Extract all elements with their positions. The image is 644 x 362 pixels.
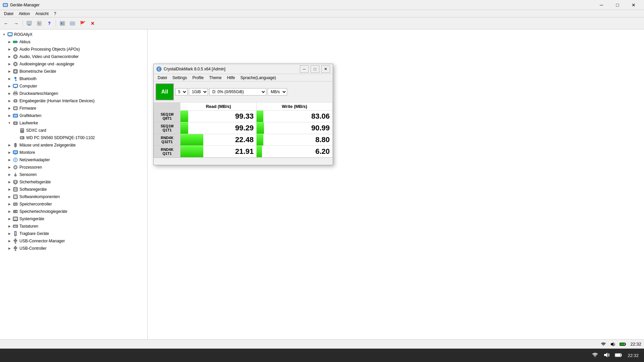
cdm-runs-select[interactable]: 5 [175, 88, 187, 96]
cdm-all-button[interactable]: All [156, 83, 174, 100]
maximize-button[interactable]: □ [610, 0, 625, 10]
tree-hid[interactable]: ▶ Eingabegeräte (Human Interface Devices… [0, 97, 147, 105]
menu-ansicht[interactable]: Ansicht [33, 11, 51, 17]
tree-wd-ssd[interactable]: WD PC SN560 SDDPNQE-1T00-1102 [0, 134, 147, 141]
expand-speichercontroller[interactable]: ▶ [7, 201, 12, 207]
expand-netzwerk[interactable]: ▶ [7, 157, 12, 163]
wifi-icon [601, 342, 606, 347]
tree-sicherheitsgeraete[interactable]: ▶ Sicherheitsgeräte [0, 178, 147, 186]
cpu-icon [13, 165, 18, 170]
tree-laufwerke[interactable]: ▼ Laufwerke [0, 119, 147, 127]
toolbar-flag[interactable]: 🚩 [78, 19, 87, 28]
cdm-menu-settings[interactable]: Settings [170, 75, 190, 81]
expand-hid[interactable]: ▶ [7, 98, 12, 104]
expand-tragbare[interactable]: ▶ [7, 231, 12, 236]
ssd-icon [19, 135, 25, 140]
tree-sdxc[interactable]: SDXC card [0, 127, 147, 134]
tree-maeuse[interactable]: ▶ Mäuse und andere Zeigegeräte [0, 141, 147, 149]
cdm-label-seq1m-q1t1: SEQ1M Q1T1 [154, 122, 180, 134]
cdm-menu-datei[interactable]: Datei [155, 75, 170, 81]
expand-prozessoren[interactable]: ▶ [7, 165, 12, 170]
expand-systemgeraete[interactable]: ▶ [7, 216, 12, 222]
expand-apo[interactable]: ▶ [7, 47, 12, 52]
tree-avg[interactable]: ▶ Audio, Video und Gamecontroller [0, 53, 147, 60]
toolbar-forward[interactable]: → [11, 19, 21, 28]
menu-help[interactable]: ? [51, 11, 59, 17]
expand-avg[interactable]: ▶ [7, 54, 12, 59]
minimize-button[interactable]: ─ [594, 0, 609, 10]
tree-apo[interactable]: ▶ Audio Processing Objects (APOs) [0, 46, 147, 53]
cdm-unit-select[interactable]: MB/s [268, 88, 287, 96]
tree-prozessoren[interactable]: ▶ Prozessoren [0, 164, 147, 171]
close-button[interactable]: ✕ [626, 0, 641, 10]
cdm-size-select[interactable]: 1GiB [189, 88, 208, 96]
expand-root[interactable]: ▼ [1, 32, 7, 37]
expand-usb-connector[interactable]: ▶ [7, 238, 12, 244]
expand-sensoren[interactable]: ▶ [7, 172, 12, 177]
tree-root[interactable]: ▼ ROGAllyX [0, 31, 147, 38]
expand-tastaturen[interactable]: ▶ [7, 224, 12, 229]
battery-status-icon [620, 342, 626, 347]
cdm-maximize-button[interactable]: □ [311, 65, 319, 73]
tree-grafikkarten[interactable]: ▶ Grafikkarten [0, 112, 147, 119]
tree-biometric[interactable]: ▶ Biometrische Geräte [0, 68, 147, 75]
toolbar-show-hidden[interactable] [58, 19, 67, 28]
cdm-minimize-button[interactable]: ─ [300, 65, 309, 73]
tree-akkus[interactable]: ▶ Akkus [0, 38, 147, 46]
tree-druckwarteschlangen[interactable]: ▶ Druckwarteschlangen [0, 90, 147, 97]
tree-systemgeraete[interactable]: ▶ Systemgeräte [0, 215, 147, 223]
druckwarteschlangen-label: Druckwarteschlangen [19, 91, 58, 96]
expand-bluetooth[interactable]: ▶ [7, 76, 12, 81]
expand-sicherheitsgeraete[interactable]: ▶ [7, 179, 12, 185]
toolbar-update[interactable]: ↻ [35, 19, 44, 28]
cdm-drive-select[interactable]: D: 0% (0/955GiB) [209, 88, 266, 96]
tree-audio-io[interactable]: ▶ Audioeingänge und -ausgänge [0, 60, 147, 68]
expand-laufwerke[interactable]: ▼ [7, 120, 12, 126]
tree-tastaturen[interactable]: ▶ Tastaturen [0, 223, 147, 230]
tree-speichertechnologiegeraete[interactable]: ▶ Speichertechnologiegeräte [0, 208, 147, 215]
tree-firmware[interactable]: ▶ Firmware [0, 105, 147, 112]
toolbar-help[interactable]: ? [45, 19, 54, 28]
tree-usb-controller[interactable]: ▶ USB-Controller [0, 245, 147, 252]
cdm-menu-theme[interactable]: Theme [206, 75, 224, 81]
expand-biometric[interactable]: ▶ [7, 69, 12, 74]
tree-usb-connector[interactable]: ▶ USB-Connector-Manager [0, 237, 147, 245]
toolbar-properties[interactable] [24, 19, 34, 28]
expand-softwarekomponenten[interactable]: ▶ [7, 194, 12, 199]
expand-akkus[interactable]: ▶ [7, 39, 12, 45]
speichertechnologiegeraete-label: Speichertechnologiegeräte [19, 209, 67, 214]
tree-netzwerk[interactable]: ▶ Netzwerkadapter [0, 156, 147, 164]
cdm-menu-sprache[interactable]: Sprache(Language) [238, 75, 279, 81]
toolbar-remove[interactable]: ✕ [88, 19, 97, 28]
expand-computer[interactable]: ▶ [7, 83, 12, 89]
expand-softwaregeraete[interactable]: ▶ [7, 187, 12, 192]
expand-monitore[interactable]: ▶ [7, 150, 12, 155]
portable-icon [13, 231, 18, 236]
svg-rect-91 [14, 220, 17, 221]
tree-tragbare[interactable]: ▶ Tragbare Geräte [0, 230, 147, 237]
tree-speichercontroller[interactable]: ▶ Speichercontroller [0, 200, 147, 208]
expand-druckwarteschlangen[interactable]: ▶ [7, 91, 12, 96]
tree-monitore[interactable]: ▶ Monitore [0, 149, 147, 156]
expand-firmware[interactable]: ▶ [7, 106, 12, 111]
bluetooth-icon [13, 76, 18, 81]
cdm-menu-profile[interactable]: Profile [190, 75, 206, 81]
menu-aktion[interactable]: Aktion [16, 11, 33, 17]
menu-datei[interactable]: Datei [1, 11, 16, 17]
toolbar-back[interactable]: ← [1, 19, 11, 28]
cdm-menu-hilfe[interactable]: Hilfe [224, 75, 238, 81]
svg-rect-16 [71, 22, 74, 24]
expand-audio-io[interactable]: ▶ [7, 61, 12, 67]
tree-bluetooth[interactable]: ▶ Bluetooth [0, 75, 147, 82]
expand-sdxc [13, 128, 19, 133]
tree-softwaregeraete[interactable]: ▶ </> Softwaregeräte [0, 186, 147, 193]
tree-softwarekomponenten[interactable]: ▶ Softwarekomponenten [0, 193, 147, 200]
expand-usb-controller[interactable]: ▶ [7, 246, 12, 251]
toolbar-devices[interactable] [68, 19, 77, 28]
tree-computer[interactable]: ▶ Computer [0, 82, 147, 90]
expand-grafikkarten[interactable]: ▶ [7, 113, 12, 118]
expand-maeuse[interactable]: ▶ [7, 142, 12, 148]
cdm-close-button[interactable]: ✕ [321, 65, 330, 73]
tree-sensoren[interactable]: ▶ Sensoren [0, 171, 147, 178]
expand-speichertechnologiegeraete[interactable]: ▶ [7, 209, 12, 214]
